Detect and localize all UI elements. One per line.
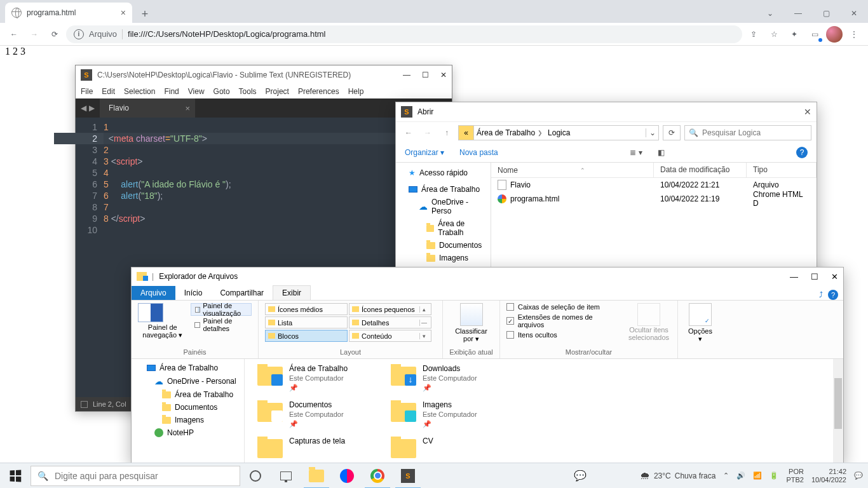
- details-pane-button[interactable]: Painel de detalhes: [191, 318, 252, 331]
- tab-view[interactable]: Exibir: [273, 285, 311, 300]
- menu-help[interactable]: Help: [348, 87, 364, 96]
- menu-edit[interactable]: Edit: [102, 87, 115, 96]
- sort-icon[interactable]: [460, 303, 483, 326]
- menu-preferences[interactable]: Preferences: [298, 87, 339, 96]
- organize-button[interactable]: Organizar ▾: [405, 148, 444, 157]
- close-tab-icon[interactable]: ×: [121, 8, 126, 18]
- menu-tools[interactable]: Tools: [239, 87, 257, 96]
- help-icon[interactable]: ?: [828, 290, 838, 300]
- close-icon[interactable]: ✕: [804, 107, 811, 117]
- battery-icon[interactable]: 🔋: [770, 471, 778, 480]
- folder-tile[interactable]: CV: [391, 437, 524, 458]
- sublime-taskbar-icon[interactable]: S: [393, 463, 423, 489]
- chk-extensions[interactable]: ✓Extensões de nomes de arquivos: [506, 313, 618, 329]
- tree-desktop[interactable]: Área de Trabalho: [132, 362, 244, 374]
- tree-quick-access[interactable]: ★Acesso rápido: [396, 166, 491, 179]
- new-folder-button[interactable]: Nova pasta: [459, 148, 498, 157]
- tree-item[interactable]: Imagens: [132, 414, 244, 426]
- folder-tile[interactable]: DocumentosEste Computador📌: [257, 400, 391, 429]
- tree-item[interactable]: Imagens: [396, 252, 491, 264]
- editor-tab[interactable]: Flavio ×: [100, 98, 195, 118]
- close-icon[interactable]: ✕: [440, 71, 447, 79]
- dialog-titlebar[interactable]: S Abrir ✕: [396, 102, 817, 121]
- tree-onedrive[interactable]: ☁OneDrive - Perso: [396, 196, 491, 217]
- tree-user[interactable]: NoteHP: [132, 426, 244, 439]
- file-area[interactable]: Área de TrabalhoEste Computador📌↓Downloa…: [245, 359, 843, 463]
- app-taskbar-icon[interactable]: [332, 463, 362, 489]
- layout-details[interactable]: Detalhes—: [349, 316, 431, 329]
- menu-file[interactable]: File: [81, 87, 93, 96]
- tab-prev-icon[interactable]: ◀: [81, 104, 86, 112]
- up-button[interactable]: ↑: [439, 125, 454, 140]
- wifi-icon[interactable]: 📶: [753, 471, 762, 480]
- path-bar[interactable]: « Área de Trabalho❯ Logica ⌄: [458, 125, 659, 140]
- share-icon[interactable]: ⇪: [745, 25, 763, 43]
- task-view-icon[interactable]: [271, 463, 301, 489]
- layout-list[interactable]: Lista: [265, 316, 348, 329]
- maximize-icon[interactable]: ☐: [811, 272, 818, 281]
- path-dropdown-icon[interactable]: ⌄: [646, 128, 658, 137]
- notifications-icon[interactable]: 💬: [854, 471, 863, 480]
- omnibox[interactable]: i Arquivo file:///C:/Users/NoteHP/Deskto…: [66, 25, 742, 43]
- menu-view[interactable]: View: [188, 87, 205, 96]
- col-date[interactable]: Data de modificação: [654, 163, 747, 177]
- sort-button[interactable]: Classificar por ▾: [449, 327, 493, 343]
- tree-item[interactable]: Documentos: [396, 239, 491, 252]
- nav-pane-icon[interactable]: [138, 303, 163, 322]
- reading-list-icon[interactable]: ▭: [806, 25, 824, 43]
- view-icon[interactable]: ≣ ▾: [630, 148, 642, 157]
- minimize-icon[interactable]: —: [403, 71, 410, 79]
- back-button[interactable]: ←: [5, 25, 23, 43]
- preview-pane-icon[interactable]: ◧: [658, 148, 665, 157]
- tray-chevron-icon[interactable]: ⌃: [723, 471, 729, 480]
- folder-tile[interactable]: ↓DownloadsEste Computador📌: [391, 364, 524, 393]
- nav-pane-button[interactable]: Painel de navegação ▾: [138, 323, 187, 339]
- menu-selection[interactable]: Selection: [124, 87, 155, 96]
- tree-desktop[interactable]: Área de Trabalho: [396, 183, 491, 196]
- volume-icon[interactable]: 🔊: [736, 471, 745, 480]
- minimize-icon[interactable]: —: [784, 4, 812, 23]
- meet-now-icon[interactable]: 💬: [574, 470, 587, 482]
- minimize-ribbon-icon[interactable]: ⤴: [819, 290, 823, 299]
- browser-tab[interactable]: programa.html ×: [5, 3, 132, 23]
- refresh-button[interactable]: ⟳: [663, 125, 681, 140]
- search-field[interactable]: 🔍 Pesquisar Logica: [684, 125, 811, 140]
- options-icon[interactable]: ✓: [689, 303, 712, 326]
- maximize-icon[interactable]: ☐: [422, 71, 429, 79]
- close-tab-icon[interactable]: ×: [185, 104, 190, 113]
- tree-item[interactable]: Documentos: [132, 401, 244, 414]
- file-row[interactable]: programa.html 10/04/2022 21:19 Chrome HT…: [491, 192, 817, 206]
- language-indicator[interactable]: PORPTB2: [786, 468, 804, 484]
- chk-selection[interactable]: Caixas de seleção de item: [506, 303, 618, 311]
- sublime-titlebar[interactable]: S C:\Users\NoteHP\Desktop\Logica\Flavio …: [76, 65, 452, 85]
- extensions-icon[interactable]: ✦: [785, 25, 803, 43]
- options-button[interactable]: Opções▾: [684, 327, 716, 343]
- layout-small[interactable]: Ícones pequenos▴: [349, 303, 431, 315]
- folder-tile[interactable]: ImagensEste Computador📌: [391, 400, 524, 429]
- new-tab-button[interactable]: +: [136, 5, 154, 23]
- menu-icon[interactable]: ⋮: [845, 25, 863, 43]
- minimize-icon[interactable]: —: [790, 272, 798, 281]
- tab-file[interactable]: Arquivo: [132, 286, 175, 300]
- back-button[interactable]: ←: [401, 125, 416, 140]
- help-icon[interactable]: ?: [796, 147, 808, 158]
- taskbar-search[interactable]: 🔍 Digite aqui para pesquisar: [31, 466, 240, 486]
- tree-onedrive[interactable]: ☁OneDrive - Personal: [132, 374, 244, 388]
- close-icon[interactable]: ✕: [831, 272, 838, 281]
- col-type[interactable]: Tipo: [747, 163, 817, 177]
- bookmark-icon[interactable]: ☆: [765, 25, 783, 43]
- tree-item[interactable]: Área de Trabalh: [396, 217, 491, 239]
- menu-goto[interactable]: Goto: [214, 87, 230, 96]
- layout-content[interactable]: Conteúdo▾: [349, 330, 431, 342]
- menu-find[interactable]: Find: [164, 87, 179, 96]
- chk-hidden[interactable]: Itens ocultos: [506, 331, 618, 339]
- folder-tile[interactable]: Área de TrabalhoEste Computador📌: [257, 364, 391, 393]
- close-icon[interactable]: ✕: [840, 4, 868, 23]
- chrome-taskbar-icon[interactable]: [362, 463, 393, 489]
- cortana-icon[interactable]: [240, 463, 271, 489]
- tab-home[interactable]: Início: [175, 286, 212, 300]
- tree-item[interactable]: Área de Trabalho: [132, 388, 244, 401]
- clock[interactable]: 21:4210/04/2022: [811, 468, 846, 484]
- preview-pane-button[interactable]: Painel de visualização: [191, 303, 252, 316]
- start-button[interactable]: [0, 463, 31, 489]
